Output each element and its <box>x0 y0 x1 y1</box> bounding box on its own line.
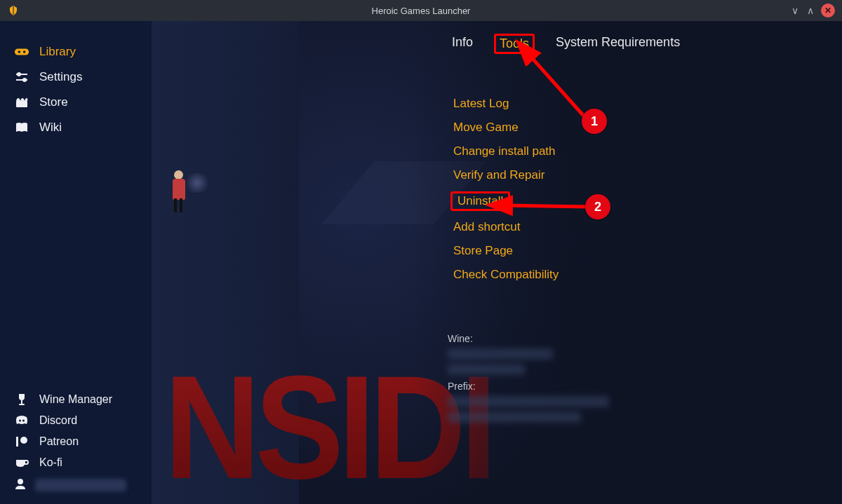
main-content: NSIDI Info Tools System Requirements Lat… <box>152 21 842 504</box>
svg-rect-8 <box>21 400 22 404</box>
sidebar: Library Settings Store Wiki <box>0 21 152 504</box>
sidebar-item-settings[interactable]: Settings <box>0 64 152 90</box>
sidebar-item-patreon[interactable]: Patreon <box>0 431 152 452</box>
svg-point-2 <box>23 50 26 53</box>
svg-point-14 <box>18 479 23 484</box>
svg-point-1 <box>18 50 21 53</box>
close-button[interactable]: ✕ <box>821 4 835 18</box>
sidebar-item-library[interactable]: Library <box>0 39 152 64</box>
gamepad-icon <box>14 46 29 57</box>
store-icon <box>14 97 29 108</box>
svg-line-15 <box>529 55 587 119</box>
game-meta: Wine: Prefix: <box>448 333 828 423</box>
sliders-icon <box>14 71 29 83</box>
sidebar-item-label: Library <box>39 45 76 59</box>
app-icon <box>7 4 20 17</box>
svg-point-6 <box>23 79 26 81</box>
svg-rect-12 <box>16 437 18 447</box>
sidebar-item-label: Wine Manager <box>39 393 112 406</box>
tool-move-game[interactable]: Move Game <box>450 120 521 135</box>
sidebar-item-kofi[interactable]: Ko-fi <box>0 452 152 473</box>
tool-verify-repair[interactable]: Verify and Repair <box>450 168 547 183</box>
tool-change-install-path[interactable]: Change install path <box>450 144 559 159</box>
sidebar-item-wiki[interactable]: Wiki <box>0 115 152 140</box>
tool-check-compat[interactable]: Check Compatibility <box>450 267 561 282</box>
book-icon <box>14 122 29 133</box>
sidebar-item-label: Ko-fi <box>39 456 62 469</box>
discord-icon <box>14 415 29 426</box>
game-detail-panel: Info Tools System Requirements Latest Lo… <box>421 21 842 427</box>
username-redacted <box>35 479 126 491</box>
wine-glass-icon <box>14 393 29 406</box>
title-bar: Heroic Games Launcher ∨ ∧ ✕ <box>0 0 842 21</box>
sidebar-user-row[interactable] <box>0 473 152 497</box>
annotation-badge-1: 1 <box>582 109 607 134</box>
svg-rect-0 <box>15 48 29 55</box>
patreon-icon <box>14 436 29 447</box>
svg-point-13 <box>20 437 27 444</box>
tab-info[interactable]: Info <box>448 34 477 54</box>
coffee-icon <box>14 457 29 468</box>
sidebar-item-label: Wiki <box>39 121 62 135</box>
detail-tabs: Info Tools System Requirements <box>448 34 828 54</box>
svg-point-10 <box>19 420 21 422</box>
window-title: Heroic Games Launcher <box>0 6 842 16</box>
meta-prefix-value-redacted <box>448 396 609 407</box>
svg-line-16 <box>506 205 590 207</box>
art-character <box>166 158 204 217</box>
sidebar-item-store[interactable]: Store <box>0 90 152 115</box>
meta-prefix-label: Prefix: <box>448 381 828 392</box>
tools-menu: Latest Log Move Game Change install path… <box>450 96 828 282</box>
sidebar-item-label: Settings <box>39 70 82 84</box>
tool-store-page[interactable]: Store Page <box>450 243 516 259</box>
svg-rect-9 <box>19 404 25 405</box>
annotation-badge-2: 2 <box>585 194 610 219</box>
meta-prefix-value-redacted <box>448 411 581 423</box>
tool-latest-log[interactable]: Latest Log <box>450 96 512 111</box>
maximize-button[interactable]: ∧ <box>806 5 815 16</box>
svg-point-5 <box>18 73 20 76</box>
user-icon <box>14 477 27 493</box>
sidebar-item-wine-manager[interactable]: Wine Manager <box>0 389 152 410</box>
svg-point-11 <box>22 420 25 422</box>
meta-wine-value-redacted <box>448 348 553 360</box>
sidebar-item-label: Store <box>39 95 68 109</box>
sidebar-item-discord[interactable]: Discord <box>0 410 152 431</box>
meta-wine-label: Wine: <box>448 333 828 344</box>
meta-wine-value-redacted <box>448 364 525 375</box>
svg-rect-7 <box>16 101 27 107</box>
sidebar-item-label: Discord <box>39 414 77 427</box>
close-icon: ✕ <box>824 6 831 15</box>
sidebar-item-label: Patreon <box>39 435 79 448</box>
minimize-button[interactable]: ∨ <box>790 5 800 16</box>
annotation-arrow-2 <box>495 193 601 228</box>
